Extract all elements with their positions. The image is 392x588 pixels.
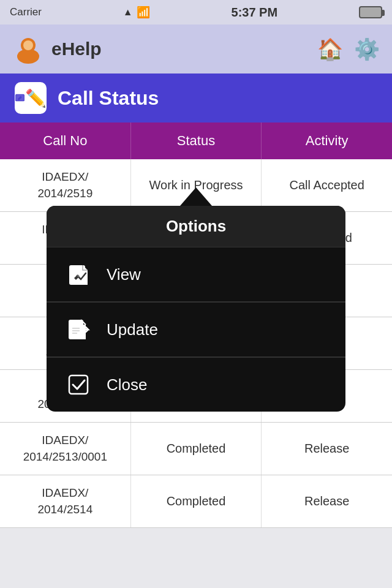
modal-close-item[interactable]: Close — [47, 357, 345, 412]
svg-point-2 — [23, 40, 33, 50]
update-icon — [64, 315, 93, 344]
cell-callno: IDAEDX/ 2014/2519 — [0, 159, 131, 211]
carrier-label2: ▲ — [123, 7, 133, 18]
table-row[interactable]: IDAEDX/ 2014/2519 Work in Progress Call … — [0, 159, 392, 212]
modal-view-item[interactable]: View — [47, 247, 345, 301]
col-header-activity: Activity — [262, 123, 392, 159]
carrier-label: Carrier — [10, 6, 42, 18]
battery-icon — [359, 6, 382, 18]
modal-update-item[interactable]: Update — [47, 302, 345, 356]
table-row[interactable]: IDAEDX/ 2014/2513/0001 Completed Release — [0, 423, 392, 475]
nav-icons: 🏠 ⚙️ — [317, 37, 380, 61]
nav-bar: eHelp 🏠 ⚙️ — [0, 24, 392, 74]
update-label: Update — [107, 320, 158, 339]
call-status-bar: ✏️ Call Status — [0, 74, 392, 123]
nav-brand: eHelp — [12, 33, 102, 65]
settings-icon[interactable]: ⚙️ — [354, 37, 380, 61]
nav-title: eHelp — [51, 39, 102, 59]
home-icon[interactable]: 🏠 — [317, 37, 343, 61]
cell-status: Completed — [131, 475, 262, 527]
cell-status: Completed — [131, 423, 262, 475]
col-header-callno: Call No — [0, 123, 131, 159]
cell-status: Work in Progress — [131, 159, 262, 211]
svg-point-3 — [20, 50, 37, 61]
table-row[interactable]: IDAEDX/ 2014/2514 Completed Release — [0, 475, 392, 528]
options-modal[interactable]: Options View — [47, 206, 345, 412]
col-header-status: Status — [131, 123, 262, 159]
status-bar: Carrier ▲ 📶 5:37 PM — [0, 0, 392, 24]
close-check-icon — [64, 370, 93, 399]
cell-activity: Release — [262, 475, 392, 527]
call-status-title: Call Status — [58, 87, 159, 110]
time-label: 5:37 PM — [232, 6, 278, 20]
view-icon — [64, 260, 93, 289]
wifi-icon: 📶 — [137, 6, 150, 19]
view-label: View — [107, 265, 141, 284]
avatar — [12, 33, 44, 65]
cell-callno: IDAEDX/ 2014/2514 — [0, 475, 131, 527]
close-label: Close — [107, 375, 147, 394]
table-header: Call No Status Activity — [0, 123, 392, 159]
modal-title: Options — [47, 206, 345, 247]
cell-activity: Release — [262, 423, 392, 475]
cell-activity: Call Accepted — [262, 159, 392, 211]
cell-callno: IDAEDX/ 2014/2513/0001 — [0, 423, 131, 475]
call-status-icon: ✏️ — [15, 82, 47, 114]
